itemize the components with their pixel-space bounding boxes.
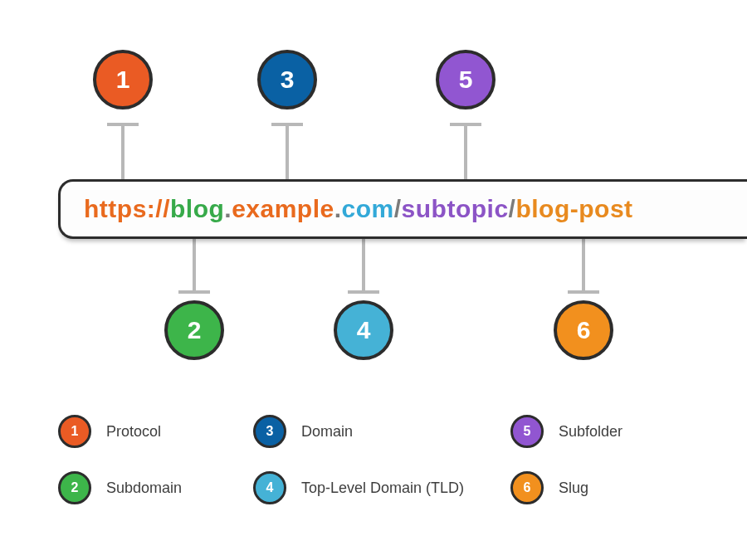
legend-dot-1: 1: [58, 415, 91, 448]
url-separator-slash: /: [394, 195, 402, 223]
legend-dot-6: 6: [510, 471, 544, 504]
legend-dot-5: 5: [510, 415, 544, 448]
url-part-subdomain: blog: [170, 195, 224, 223]
marker-6-slug: 6: [554, 300, 613, 360]
legend-dot-4: 4: [253, 471, 286, 504]
legend-item-domain: 3 Domain: [253, 415, 510, 448]
legend-item-subfolder: 5 Subfolder: [510, 415, 706, 448]
legend-item-slug: 6 Slug: [510, 471, 706, 504]
legend-item-subdomain: 2 Subdomain: [58, 471, 253, 504]
diagram-stage: https://blog.example.com/subtopic/blog-p…: [0, 0, 747, 560]
legend: 1 Protocol 3 Domain 5 Subfolder 2 Subdom…: [58, 415, 722, 504]
marker-5-subfolder: 5: [436, 50, 496, 110]
legend-item-tld: 4 Top-Level Domain (TLD): [253, 471, 510, 504]
legend-dot-2: 2: [58, 471, 91, 504]
marker-1-protocol: 1: [93, 50, 153, 110]
legend-label: Subdomain: [106, 480, 182, 497]
url-bar: https://blog.example.com/subtopic/blog-p…: [58, 179, 747, 239]
legend-label: Subfolder: [559, 423, 622, 441]
url-part-tld: com: [342, 195, 394, 223]
url-separator-dot: .: [334, 195, 342, 223]
url-part-slug: blog-post: [515, 195, 632, 223]
legend-label: Slug: [559, 480, 588, 497]
marker-4-tld: 4: [334, 300, 393, 360]
url-part-domain: example: [232, 195, 334, 223]
url-part-protocol: https://: [84, 195, 170, 223]
legend-label: Protocol: [106, 423, 161, 441]
legend-label: Domain: [301, 423, 353, 441]
legend-item-protocol: 1 Protocol: [58, 415, 253, 448]
marker-2-subdomain: 2: [164, 300, 224, 360]
marker-3-domain: 3: [257, 50, 317, 110]
url-separator-dot: .: [224, 195, 232, 223]
url-part-subfolder: subtopic: [402, 195, 509, 223]
legend-label: Top-Level Domain (TLD): [301, 480, 464, 497]
url-separator-slash: /: [509, 195, 516, 223]
legend-dot-3: 3: [253, 415, 286, 448]
